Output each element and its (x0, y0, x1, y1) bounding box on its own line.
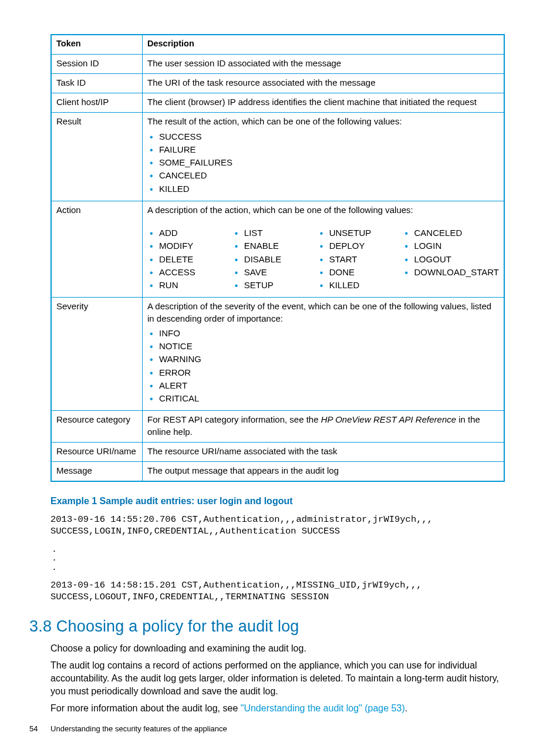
para3-pre: For more information about the audit log… (50, 703, 241, 713)
cell-token: Resource URI/name (51, 442, 143, 461)
cell-desc: The user session ID associated with the … (143, 54, 505, 73)
list-item: SETUP (244, 279, 318, 292)
list-item: SUCCESS (159, 130, 499, 143)
list-item: ALERT (159, 379, 499, 392)
cell-desc: The client (browser) IP address identifi… (143, 93, 505, 113)
list-item: DEPLOY (329, 239, 403, 252)
token-table: Token Description Session ID The user se… (50, 34, 505, 482)
list-item: NOTICE (159, 340, 499, 353)
cell-token: Action (51, 201, 143, 298)
result-list: SUCCESS FAILURE SOME_FAILURES CANCELED K… (147, 130, 499, 195)
cell-desc: The resource URI/name associated with th… (143, 442, 505, 461)
list-item: WARNING (159, 353, 499, 366)
desc-pre: For REST API category information, see t… (147, 414, 321, 424)
list-item: RUN (159, 279, 232, 292)
ellipsis: ... (53, 544, 505, 571)
list-item: ENABLE (244, 239, 318, 252)
cell-desc: The output message that appears in the a… (143, 462, 505, 482)
list-item: KILLED (159, 183, 499, 195)
audit-log-link[interactable]: "Understanding the audit log" (page 53) (241, 703, 405, 713)
list-item: INFO (159, 327, 499, 340)
action-columns: ADD MODIFY DELETE ACCESS RUN LIST ENABLE… (147, 224, 499, 293)
list-item: KILLED (329, 279, 403, 292)
section-para-1: Choose a policy for downloading and exam… (50, 642, 505, 655)
list-item: LOGOUT (414, 253, 499, 266)
code-block-1: 2013-09-16 14:55:20.706 CST,Authenticati… (50, 514, 505, 537)
list-item: SOME_FAILURES (159, 156, 499, 169)
list-item: LOGIN (414, 239, 499, 252)
cell-token: Severity (51, 298, 143, 411)
desc-text: A description of the severity of the eve… (147, 301, 491, 323)
table-row: Session ID The user session ID associate… (51, 54, 504, 73)
list-item: START (329, 253, 403, 266)
list-item: DISABLE (244, 253, 318, 266)
table-row: Result The result of the action, which c… (51, 113, 504, 201)
list-item: ACCESS (159, 266, 232, 279)
list-item: SAVE (244, 266, 318, 279)
cell-token: Result (51, 113, 143, 201)
table-row: Action A description of the action, whic… (51, 201, 504, 298)
table-row: Task ID The URI of the task resource ass… (51, 73, 504, 93)
th-desc: Description (143, 35, 505, 54)
list-item: MODIFY (159, 239, 232, 252)
table-row: Client host/IP The client (browser) IP a… (51, 93, 504, 113)
list-item: LIST (244, 227, 318, 239)
table-row: Resource URI/name The resource URI/name … (51, 442, 504, 461)
cell-token: Resource category (51, 411, 143, 443)
section-para-2: The audit log contains a record of actio… (50, 659, 505, 697)
severity-list: INFO NOTICE WARNING ERROR ALERT CRITICAL (147, 327, 499, 406)
list-item: FAILURE (159, 143, 499, 156)
list-item: ADD (159, 227, 232, 239)
section-para-3: For more information about the audit log… (50, 702, 505, 715)
cell-desc: The URI of the task resource associated … (143, 73, 505, 93)
table-row: Severity A description of the severity o… (51, 298, 504, 411)
page-footer: 54 Understanding the security features o… (29, 724, 227, 734)
list-item: CANCELED (159, 169, 499, 182)
cell-desc: For REST API category information, see t… (143, 411, 505, 443)
para3-post: . (405, 703, 407, 713)
example-title: Example 1 Sample audit entries: user log… (50, 495, 505, 508)
code-block-2: 2013-09-16 14:58:15.201 CST,Authenticati… (50, 579, 505, 603)
cell-token: Message (51, 462, 143, 482)
list-item: DOWNLOAD_START (414, 266, 499, 279)
table-row: Message The output message that appears … (51, 462, 504, 482)
section-heading: 3.8 Choosing a policy for the audit log (29, 616, 505, 637)
page-number: 54 (29, 724, 38, 734)
footer-title: Understanding the security features of t… (50, 724, 227, 733)
cell-token: Client host/IP (51, 93, 143, 113)
cell-token: Task ID (51, 73, 143, 93)
table-row: Resource category For REST API category … (51, 411, 504, 443)
th-token: Token (51, 35, 143, 54)
cell-desc: A description of the severity of the eve… (143, 298, 505, 411)
cell-desc: A description of the action, which can b… (143, 201, 505, 298)
list-item: UNSETUP (329, 227, 403, 239)
list-item: CRITICAL (159, 392, 499, 405)
list-item: CANCELED (414, 227, 499, 239)
list-item: ERROR (159, 366, 499, 379)
cell-token: Session ID (51, 54, 143, 73)
desc-em: HP OneView REST API Reference (321, 414, 456, 424)
desc-text: A description of the action, which can b… (147, 204, 499, 216)
desc-text: The result of the action, which can be o… (147, 116, 402, 126)
list-item: DONE (329, 266, 403, 279)
cell-desc: The result of the action, which can be o… (143, 113, 505, 201)
list-item: DELETE (159, 253, 232, 266)
